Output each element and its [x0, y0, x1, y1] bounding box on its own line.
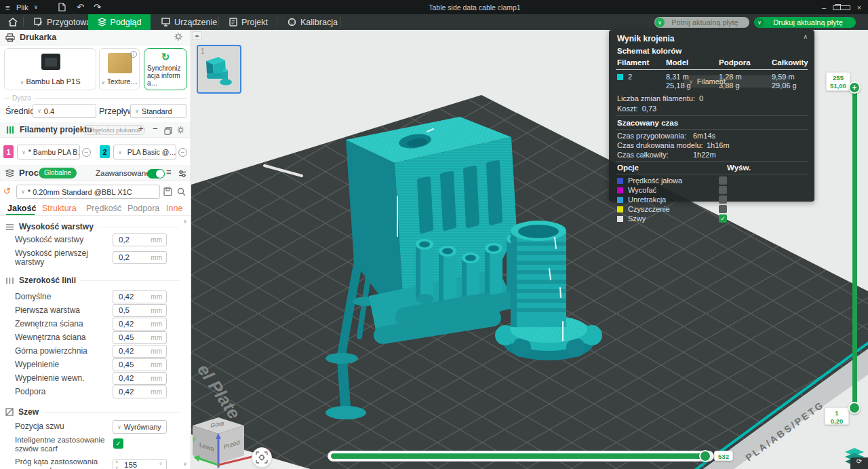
setting-input[interactable]: 0,45mm	[113, 331, 167, 344]
new-file-icon[interactable]	[58, 0, 66, 14]
scarf-seam-checkbox[interactable]: ✓	[113, 438, 123, 449]
preset-select[interactable]: ∨* 0.20mm Standard @BBL X1C	[16, 185, 160, 199]
settings-scroll-up[interactable]: ∧	[183, 219, 187, 225]
seam-position-select[interactable]: ∨Wyrównany	[113, 420, 167, 434]
option-checkbox[interactable]	[719, 195, 727, 204]
scarf-angle-spinner[interactable]: ∧∨ 155 °	[113, 459, 167, 469]
setting-input[interactable]: 0,42mm	[113, 318, 167, 331]
option-row: Prędkość jałowa	[617, 176, 808, 185]
tab-quality[interactable]: Jakość	[7, 204, 36, 213]
advanced-toggle[interactable]	[147, 169, 165, 179]
setting-input[interactable]: 0,42mm	[113, 372, 167, 385]
add-filament-icon[interactable]: +	[138, 124, 144, 134]
plate-thumbnail[interactable]: 1	[197, 45, 241, 94]
setting-input[interactable]: 0,2mm	[113, 251, 167, 264]
printer-card[interactable]: ∨ Bambu Lab P1S	[4, 48, 96, 90]
setting-input[interactable]: 0,42mm	[113, 386, 167, 398]
tab-speed[interactable]: Prędkość	[86, 204, 121, 213]
plate-info-icon[interactable]: i	[130, 51, 137, 58]
file-menu-chevron-icon[interactable]: ∨	[34, 0, 38, 14]
sidebar: Drukarka ∨ Bambu Lab P1S i ∨ Texture… ↻ …	[0, 30, 191, 469]
setting-input[interactable]: 0,2mm	[113, 233, 167, 246]
printer-section-header: Drukarka	[0, 30, 191, 45]
layer-slider-bottom-handle[interactable]	[848, 402, 861, 414]
plate-type-name[interactable]: Texture…	[107, 77, 138, 86]
print-dropdown-icon[interactable]: ∨	[755, 18, 764, 27]
step-slider-track[interactable]	[328, 451, 714, 462]
tab-other[interactable]: Inne	[166, 204, 182, 213]
printer-name[interactable]: Bambu Lab P1S	[26, 77, 80, 86]
plate-type-card[interactable]: i ∨ Texture…	[99, 48, 140, 90]
setting-input[interactable]: 0,42mm	[113, 345, 167, 358]
layer-height-icon	[5, 223, 14, 231]
tune-params-icon[interactable]	[178, 168, 186, 181]
collapse-panel-icon[interactable]: ∧	[803, 33, 808, 40]
filament-1-badge[interactable]: 1	[3, 145, 14, 158]
option-checkbox[interactable]	[719, 205, 727, 213]
setting-input[interactable]: 0,42mm	[113, 290, 167, 303]
filament-settings-gear-icon[interactable]	[176, 125, 185, 137]
nozzle-group-label: Dysza	[9, 94, 34, 102]
save-preset-icon[interactable]	[163, 187, 172, 199]
search-preset-icon[interactable]	[177, 187, 186, 199]
slice-dropdown-icon[interactable]: ∨	[655, 18, 665, 27]
filament-2-remove-icon[interactable]: −	[178, 148, 187, 157]
filament-2-select[interactable]: ∨ PLA Basic @…	[113, 145, 176, 160]
printer-settings-gear-icon[interactable]	[174, 32, 183, 44]
reset-view-icon[interactable]: ⟳	[850, 457, 868, 469]
tab-project[interactable]: Projekt	[222, 14, 275, 30]
undo-icon[interactable]: ↶	[77, 0, 84, 14]
tab-calibration[interactable]: Kalibracja	[281, 14, 344, 30]
slice-plate-button[interactable]: ∨ Potnij aktualną płytę	[654, 17, 749, 28]
tab-structure[interactable]: Struktura	[42, 204, 77, 213]
edit-filaments-icon[interactable]	[164, 126, 172, 138]
setting-input[interactable]: 0,5mm	[113, 304, 167, 317]
remove-filament-icon[interactable]: −	[153, 124, 158, 134]
redo-icon[interactable]: ↷	[94, 0, 101, 14]
sidebar-collapse-icon[interactable]: ◂▸	[192, 31, 202, 40]
tab-device[interactable]: Urządzenie	[155, 14, 224, 30]
cost-row: Koszt: 0,73	[617, 105, 808, 113]
flush-volumes-button[interactable]: Objętości płukania	[83, 125, 145, 135]
diameter-select[interactable]: ∨0.4	[33, 104, 96, 118]
option-swatch	[617, 216, 623, 222]
plate-texture-image	[108, 53, 132, 73]
filaments-section-title: Filamenty projektu	[20, 125, 92, 134]
filament-2-badge[interactable]: 2	[100, 145, 110, 158]
preset-list-icon[interactable]: ≡	[166, 167, 172, 177]
print-plate-button[interactable]: ∨ Drukuj aktualną płytę	[754, 17, 856, 28]
sync-icon: ↻	[144, 51, 186, 63]
sync-printer-button[interactable]: ↻ Synchronizacja informa…	[144, 48, 187, 90]
window-title: Table side data cable clamp1	[380, 0, 570, 14]
minimize-button[interactable]: –	[815, 3, 833, 12]
setting-label: Pierwsza warstwa	[15, 306, 80, 315]
calibration-icon	[288, 18, 296, 26]
layer-slider-bottom-tooltip: 10,20	[825, 407, 849, 425]
close-button[interactable]: ×	[850, 3, 868, 12]
reset-preset-icon[interactable]: ↺	[3, 186, 11, 196]
capture-view-button[interactable]	[252, 447, 272, 468]
file-menu[interactable]: Plik	[16, 0, 28, 14]
filament-1-remove-icon[interactable]: −	[82, 148, 91, 157]
option-checkbox[interactable]	[719, 176, 727, 185]
tab-support[interactable]: Podpora	[127, 204, 159, 213]
option-checkbox[interactable]	[719, 186, 727, 194]
settings-scroll-down[interactable]: ∨	[183, 461, 187, 467]
layer-slider-top-handle[interactable]: +	[848, 81, 861, 94]
tab-preview[interactable]: Podgląd	[88, 14, 151, 30]
hamburger-menu-icon[interactable]: ≡	[5, 0, 9, 14]
option-checkbox[interactable]: ✓	[719, 214, 727, 223]
step-slider-handle[interactable]	[699, 450, 711, 462]
plate-thumbnail-number: 1	[201, 48, 205, 55]
layer-slider-track[interactable]	[852, 83, 857, 414]
scope-global[interactable]: Globalne	[39, 168, 77, 179]
main-tabbar: Przygotowanie Podgląd Urządzenie Projekt…	[0, 14, 868, 30]
printer-image	[41, 54, 60, 70]
option-row: Unretrakcja	[617, 195, 808, 204]
setting-input[interactable]: 0,45mm	[113, 358, 167, 371]
home-button[interactable]	[1, 14, 24, 30]
filament-1-select[interactable]: ∨* Bambu PLA B…	[17, 145, 80, 160]
restore-button[interactable]	[833, 3, 850, 12]
sync-label: Synchronizacja informa…	[147, 64, 184, 88]
flow-select[interactable]: ∨Standard	[130, 104, 186, 118]
